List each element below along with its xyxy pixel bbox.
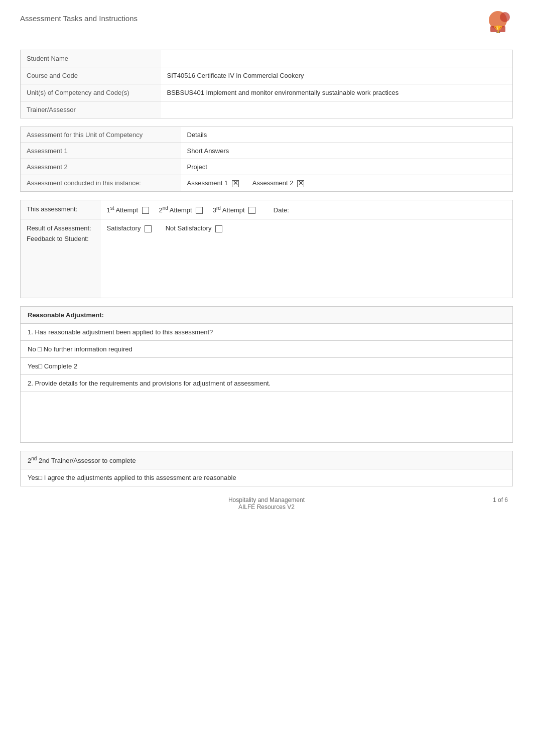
trainer2-section: 2nd 2nd Trainer/Assessor to complete Yes… <box>20 451 513 486</box>
trainer2-agree: Yes□ I agree the adjustments applied to … <box>28 474 236 481</box>
assessment2-checkbox[interactable]: ✕ <box>297 180 304 187</box>
date-label: Date: <box>274 206 289 214</box>
logo: 🏆 <box>483 10 513 42</box>
assessment-table: Assessment for this Unit of Competency D… <box>20 127 513 192</box>
result-row: Result of Assessment: Feedback to Studen… <box>21 219 513 298</box>
trainer2-title-row: 2nd 2nd Trainer/Assessor to complete <box>21 451 512 469</box>
footer-line1: Hospitality and Management <box>20 496 513 503</box>
second-attempt-checkbox[interactable] <box>196 207 203 214</box>
assessment-for-label: Assessment for this Unit of Competency <box>21 127 181 143</box>
result-label-cell: Result of Assessment: Feedback to Studen… <box>21 219 101 298</box>
assessment-details-value: Details <box>181 127 513 143</box>
first-attempt-label: 1st Attempt <box>107 206 140 214</box>
svg-text:🏆: 🏆 <box>494 25 503 34</box>
trainer-row: Trainer/Assessor <box>21 101 513 118</box>
page-footer: Hospitality and Management AILFE Resourc… <box>20 496 513 511</box>
assessment2-row: Assessment 2 Project <box>21 159 513 175</box>
feedback-label: Feedback to Student: <box>27 235 95 242</box>
not-satisfactory-checkbox[interactable] <box>215 225 222 232</box>
footer-line2: AILFE Resources V2 <box>20 503 513 511</box>
ra-no-option: No □ No further information required <box>28 345 132 353</box>
attempt-row: This assessment: 1st Attempt 2nd Attempt… <box>21 200 513 219</box>
conducted-row: Assessment conducted in this instance: A… <box>21 175 513 192</box>
assessment2-conducted-label: Assessment 2 <box>252 179 294 187</box>
trainer-label: Trainer/Assessor <box>21 101 161 118</box>
page-title: Assessment Tasks and Instructions <box>20 10 138 23</box>
info-table: Student Name Course and Code SIT40516 Ce… <box>20 50 513 118</box>
ra-no-row: No □ No further information required <box>21 341 512 358</box>
result-options-cell: Satisfactory Not Satisfactory <box>101 219 513 298</box>
trainer-value <box>161 101 513 118</box>
result-options: Satisfactory Not Satisfactory <box>107 224 507 232</box>
ra-details-area <box>21 392 512 442</box>
student-name-label: Student Name <box>21 50 161 67</box>
assessment1-checkbox[interactable]: ✕ <box>232 180 239 187</box>
assessment-header-row: Assessment for this Unit of Competency D… <box>21 127 513 143</box>
page-header: Assessment Tasks and Instructions 🏆 <box>20 10 513 42</box>
assessment2-label: Assessment 2 <box>21 159 181 175</box>
assessment1-conducted-label: Assessment 1 <box>187 179 228 187</box>
course-code-row: Course and Code SIT40516 Certificate IV … <box>21 67 513 84</box>
this-assessment-label: This assessment: <box>27 205 77 213</box>
ra-title: Reasonable Adjustment: <box>28 311 104 319</box>
third-attempt-label: 3rd Attempt <box>213 206 246 214</box>
ra-q1: 1. Has reasonable adjustment been applie… <box>28 328 213 336</box>
competency-label: Unit(s) of Competency and Code(s) <box>21 84 161 101</box>
conducted-value: Assessment 1 ✕ Assessment 2 ✕ <box>181 175 513 192</box>
attempt-table: This assessment: 1st Attempt 2nd Attempt… <box>20 200 513 298</box>
course-code-label: Course and Code <box>21 67 161 84</box>
svg-point-1 <box>500 12 510 22</box>
second-attempt-label: 2nd Attempt <box>159 206 194 214</box>
satisfactory-label: Satisfactory <box>107 224 141 232</box>
competency-row: Unit(s) of Competency and Code(s) BSBSUS… <box>21 84 513 101</box>
ra-q2-row: 2. Provide details for the requirements … <box>21 375 512 392</box>
assessment2-value: Project <box>181 159 513 175</box>
attempt-options-cell: 1st Attempt 2nd Attempt 3rd Attempt Date… <box>101 200 513 219</box>
student-name-value <box>161 50 513 67</box>
ra-title-row: Reasonable Adjustment: <box>21 307 512 324</box>
reasonable-adjustment-section: Reasonable Adjustment: 1. Has reasonable… <box>20 306 513 443</box>
satisfactory-checkbox[interactable] <box>145 225 152 232</box>
ra-yes-row: Yes□ Complete 2 <box>21 358 512 375</box>
assessment1-value: Short Answers <box>181 143 513 159</box>
competency-value: BSBSUS401 Implement and monitor environm… <box>161 84 513 101</box>
student-name-row: Student Name <box>21 50 513 67</box>
ra-q1-row: 1. Has reasonable adjustment been applie… <box>21 324 512 341</box>
assessment1-row: Assessment 1 Short Answers <box>21 143 513 159</box>
attempt-cell: This assessment: <box>21 200 101 219</box>
ra-yes-option: Yes□ Complete 2 <box>28 362 77 370</box>
ra-q2: 2. Provide details for the requirements … <box>28 380 271 387</box>
first-attempt-checkbox[interactable] <box>142 207 149 214</box>
footer-page: 1 of 6 <box>493 496 508 503</box>
trainer2-agree-row: Yes□ I agree the adjustments applied to … <box>21 469 512 486</box>
trainer2-title: 2nd 2nd Trainer/Assessor to complete <box>28 457 136 464</box>
conducted-label: Assessment conducted in this instance: <box>21 175 181 192</box>
result-label: Result of Assessment: <box>27 224 95 232</box>
third-attempt-checkbox[interactable] <box>248 207 255 214</box>
feedback-area <box>107 232 507 293</box>
course-code-value: SIT40516 Certificate IV in Commercial Co… <box>161 67 513 84</box>
assessment1-label: Assessment 1 <box>21 143 181 159</box>
not-satisfactory-label: Not Satisfactory <box>166 224 212 232</box>
